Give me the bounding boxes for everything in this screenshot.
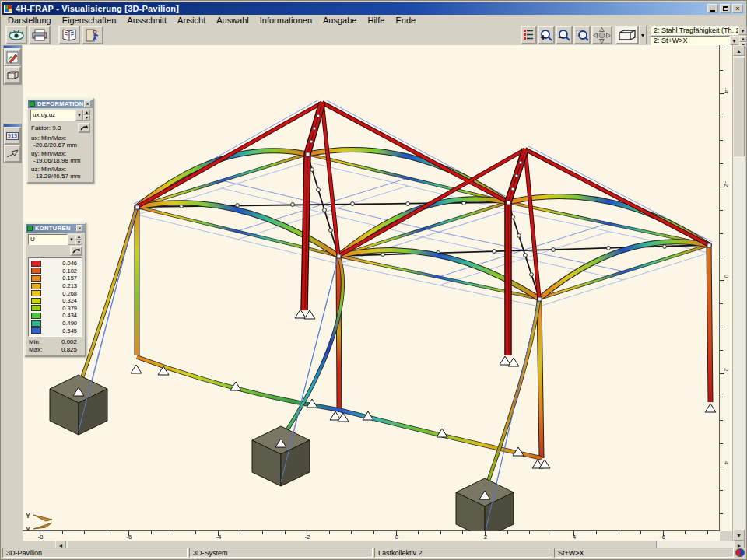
legend-color-chip	[31, 268, 41, 274]
visualization-viewport[interactable]: Y X	[23, 45, 720, 531]
title-bar[interactable]: 4H-FRAP - Visualisierung [3D-Pavilion] ×	[2, 2, 745, 15]
status-field: Lastkollektiv 2	[374, 548, 552, 558]
deformation-stat: uz: Min/Max:-13.29/46.57 mm	[31, 166, 93, 180]
ruler-tick	[720, 187, 724, 187]
deformation-panel-titlebar[interactable]: DEFORMATION ×	[28, 100, 93, 108]
ruler-tick	[720, 467, 724, 467]
close-icon[interactable]: ×	[84, 100, 91, 107]
book-icon	[61, 29, 77, 41]
legend-row: 0.046	[31, 260, 80, 268]
maximize-button[interactable]	[720, 4, 731, 13]
fly-mode-button[interactable]	[4, 145, 21, 163]
result-combo-value: 2: Stahl Tragfähigkeit (Th. 2. O	[654, 26, 738, 34]
menu-item-eigenschaften[interactable]: Eigenschaften	[57, 16, 122, 25]
dropdown-arrow-icon[interactable]: ▼	[68, 234, 75, 245]
status-field: 3D-System	[189, 548, 373, 558]
arched-roof-beams	[137, 149, 709, 299]
legend-row: 0.268	[31, 289, 80, 297]
view-settings-button[interactable]	[5, 26, 27, 44]
dropdown-arrow-icon[interactable]: ▼	[75, 110, 83, 121]
deformation-panel[interactable]: DEFORMATION × ux,uy,uz ▼ ▲▼ Faktor: 9.8 …	[26, 98, 94, 184]
ruler-tick	[720, 93, 724, 94]
deformation-component-combo[interactable]: ux,uy,uz	[30, 110, 75, 121]
x-ruler-label: 4	[569, 534, 580, 541]
legend-row: 0.379	[31, 305, 80, 313]
legend-min-value: 0.002	[61, 338, 82, 345]
ruler-tick	[720, 140, 723, 141]
loadcase-combo-value: 2: St+W>X	[654, 37, 688, 44]
ruler-tick	[462, 531, 463, 534]
legend-max-value: 0.825	[61, 346, 82, 353]
legend-max-label: Max:	[29, 346, 42, 353]
element-number-button[interactable]: 513	[4, 127, 21, 145]
result-combo[interactable]: 2: Stahl Tragfähigkeit (Th. 2. O	[651, 26, 738, 35]
tree-list-icon	[523, 29, 535, 41]
edit-result-button[interactable]	[4, 48, 21, 66]
ruler-tick	[529, 531, 530, 534]
menu-item-ende[interactable]: Ende	[390, 16, 421, 25]
ruler-tick	[720, 303, 723, 304]
view-3d-dropdown-arrow[interactable]: ▼	[639, 26, 647, 44]
loadcase-combo[interactable]: 2: St+W>X	[651, 36, 730, 45]
legend-row: 0.324	[31, 297, 80, 305]
left-toolbar-group-info: 513	[3, 124, 22, 163]
menu-item-ansicht[interactable]: Ansicht	[172, 16, 211, 25]
x-ruler-label: -2	[302, 534, 313, 541]
scroll-up-icon[interactable]: ▲	[733, 45, 745, 56]
view-3d-button[interactable]	[615, 26, 639, 44]
spinner-up-icon[interactable]: ▲	[739, 36, 747, 42]
ruler-tick	[685, 531, 686, 534]
panel-icon	[27, 226, 33, 231]
menu-item-hilfe[interactable]: Hilfe	[362, 16, 390, 25]
ruler-tick	[596, 531, 597, 534]
eye-icon	[8, 29, 25, 41]
menu-item-ausgabe[interactable]: Ausgabe	[317, 16, 362, 25]
konturen-combo[interactable]: U	[28, 234, 68, 245]
render-mode-button[interactable]	[4, 66, 21, 84]
ruler-tick	[195, 531, 196, 534]
legend-row: 0.434	[31, 312, 80, 320]
menu-item-darstellung[interactable]: Darstellung	[2, 16, 57, 25]
vscroll-thumb[interactable]	[733, 57, 745, 156]
ruler-tick	[107, 531, 107, 534]
loadcase-spinner[interactable]: ▲ ▼	[739, 36, 747, 45]
ruler-tick	[707, 531, 708, 534]
zoom-in-button[interactable]	[538, 26, 555, 44]
close-icon[interactable]: ×	[76, 225, 83, 232]
result-combo-arrow[interactable]: ▼	[738, 26, 747, 35]
x-ruler-label: 0	[391, 534, 402, 541]
exit-button[interactable]	[82, 26, 103, 44]
ruler-tick	[329, 531, 330, 534]
menu-item-informationen[interactable]: Informationen	[254, 16, 317, 25]
print-button[interactable]	[29, 26, 51, 44]
menu-item-ausschnitt[interactable]: Ausschnitt	[121, 16, 172, 25]
apply-konturen-button[interactable]	[70, 246, 82, 256]
loadcase-combo-arrow[interactable]: ▼	[730, 36, 738, 45]
manual-button[interactable]	[58, 26, 80, 44]
konturen-spinner[interactable]: ▲▼	[75, 234, 82, 245]
menu-item-auswahl[interactable]: Auswahl	[211, 16, 254, 25]
ruler-tick	[720, 257, 723, 257]
eave-beams	[137, 154, 709, 299]
pan-control[interactable]	[591, 26, 612, 44]
konturen-panel-titlebar[interactable]: KONTUREN ×	[26, 224, 85, 233]
zoom-window-button[interactable]	[573, 26, 591, 44]
printer-icon	[32, 29, 47, 41]
cube	[50, 375, 107, 435]
zoom-out-button[interactable]	[556, 26, 573, 44]
axis-y-label: Y	[26, 512, 30, 520]
apply-deformation-button[interactable]	[78, 123, 90, 133]
konturen-panel[interactable]: KONTUREN × U ▼ ▲▼ 0.0460.1020.1570.2130.…	[24, 222, 86, 357]
close-button[interactable]: ×	[732, 4, 743, 13]
vertical-scrollbar[interactable]: ▲ ▼	[732, 45, 745, 541]
deformation-spinner[interactable]: ▲▼	[83, 110, 90, 121]
tree-view-button[interactable]	[521, 26, 537, 44]
scroll-down-icon[interactable]: ▼	[733, 530, 745, 541]
konturen-panel-title: KONTUREN	[35, 225, 76, 232]
minimize-button[interactable]	[707, 4, 718, 13]
ruler-tick	[720, 397, 723, 397]
x-ruler-label: -6	[124, 534, 135, 541]
x-ruler-label: 6	[658, 534, 669, 541]
status-indicator-icon	[735, 548, 745, 557]
menu-bar: DarstellungEigenschaftenAusschnittAnsich…	[2, 15, 745, 26]
